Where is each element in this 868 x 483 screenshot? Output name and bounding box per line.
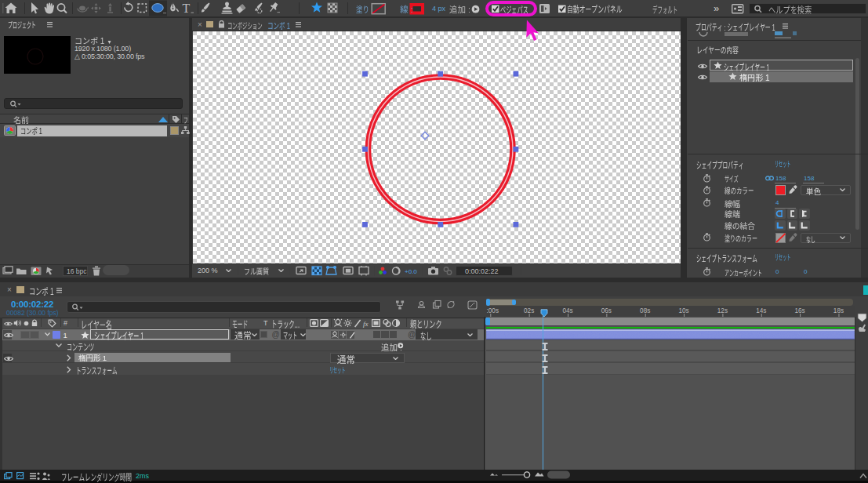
svg-text:14s: 14s [756, 307, 766, 314]
svg-text:02s: 02s [524, 307, 534, 314]
svg-text:08s: 08s [640, 307, 650, 314]
svg-text:18s: 18s [833, 307, 844, 314]
svg-text:+0.0: +0.0 [405, 268, 417, 275]
svg-text:fx: fx [363, 320, 369, 328]
svg-text:06s: 06s [601, 307, 612, 314]
svg-text:T: T [183, 2, 191, 15]
svg-text:12s: 12s [717, 307, 728, 314]
svg-text::00s: :00s [487, 307, 499, 314]
svg-text:16s: 16s [794, 307, 804, 314]
svg-text:04s: 04s [562, 307, 572, 314]
svg-text:10s: 10s [678, 307, 688, 314]
